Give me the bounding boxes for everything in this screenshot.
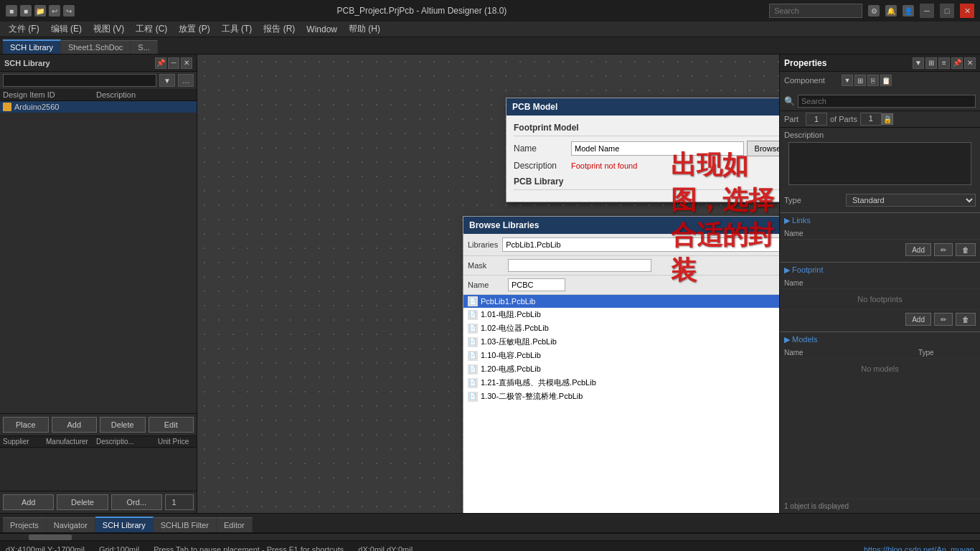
menu-report[interactable]: 报告 (R)	[258, 22, 301, 37]
props-expand-icon[interactable]: ⊞	[925, 57, 937, 69]
list-item[interactable]: 📄 1.21-直插电感、共模电感.PcbLib	[463, 376, 779, 390]
supplier-add-btn[interactable]: Add	[3, 494, 54, 510]
links-header: Name	[780, 228, 980, 240]
menu-edit[interactable]: 编辑 (E)	[45, 22, 88, 37]
part-number-input[interactable]	[806, 113, 827, 126]
bottom-tab-navigator[interactable]: Navigator	[47, 517, 95, 532]
footprint-title[interactable]: ▶ Footprint	[780, 263, 980, 278]
menu-tools[interactable]: 工具 (T)	[216, 22, 258, 37]
list-item[interactable]: 📄 1.03-压敏电阻.PcbLib	[463, 335, 779, 349]
browse-btn[interactable]: Browse...	[747, 141, 779, 156]
panel-controls: 📌 ─ ✕	[155, 57, 192, 69]
undo-icon[interactable]: ↩	[49, 5, 60, 17]
lib-filter-options-btn[interactable]: ▼	[159, 74, 175, 87]
supplier-buttons: Add Delete Ord...	[0, 491, 197, 513]
lib-file-icon: 📄	[468, 296, 478, 306]
bottom-tab-editor[interactable]: Editor	[217, 517, 253, 532]
pcb-library-label: PCB Library	[514, 176, 779, 190]
list-item[interactable]: 📄 1.01-电阻.PcbLib	[463, 308, 779, 321]
pcb-model-title: PCB Model	[512, 102, 557, 112]
component-copy-icon[interactable]: ⎘	[867, 75, 879, 86]
scrollbar-h-thumb[interactable]	[29, 534, 72, 540]
message-status: Press Tab to pause placement - Press F1 …	[154, 545, 344, 551]
menu-window[interactable]: Window	[301, 22, 343, 37]
links-delete-icon[interactable]: 🗑	[956, 243, 976, 256]
footprint-delete-icon[interactable]: 🗑	[956, 313, 976, 326]
title-bar: ■ ■ 📁 ↩ ↪ PCB_Project.PrjPcb - Altium De…	[0, 0, 980, 22]
list-item[interactable]: 📄 1.20-电感.PcbLib	[463, 362, 779, 376]
component-paste-icon[interactable]: 📋	[880, 75, 892, 86]
bottom-tab-schlib-filter[interactable]: SCHLIB Filter	[154, 517, 217, 532]
edit-button[interactable]: Edit	[149, 417, 194, 433]
lock-icon[interactable]: 🔒	[882, 113, 893, 125]
delete-button[interactable]: Delete	[100, 417, 146, 433]
bottom-tab-sch-library[interactable]: SCH Library	[95, 517, 154, 532]
supplier-order-btn[interactable]: Ord...	[111, 494, 162, 510]
right-panel: Properties ▼ ⊞ ≡ 📌 ✕ Component ▼ ⊞ ⎘ 📋	[779, 55, 980, 513]
links-edit-icon[interactable]: ✏	[934, 243, 953, 256]
panel-pin-btn[interactable]: 📌	[155, 57, 166, 69]
menu-help[interactable]: 帮助 (H)	[343, 22, 386, 37]
links-add-btn[interactable]: Add	[905, 243, 931, 256]
component-expand2-icon[interactable]: ⊞	[854, 75, 866, 86]
supplier-header: Supplier Manufacturer Descriptio... Unit…	[0, 436, 197, 448]
list-item[interactable]: 📄 1.10-电容.PcbLib	[463, 349, 779, 362]
description-area	[788, 142, 971, 185]
props-pin-icon[interactable]: 📌	[951, 57, 963, 69]
props-menu-icon[interactable]: ≡	[938, 57, 950, 69]
lib-filter-extra-btn[interactable]: …	[178, 74, 194, 87]
links-add-row: Add ✏ 🗑	[780, 240, 980, 259]
panel-minimize-btn[interactable]: ─	[168, 57, 179, 69]
maximize-button[interactable]: □	[940, 4, 954, 18]
name-filter-input[interactable]	[508, 278, 565, 291]
add-button[interactable]: Add	[52, 417, 98, 433]
model-name-input[interactable]	[571, 141, 744, 156]
props-search-input[interactable]	[798, 95, 976, 108]
tab-sch-library[interactable]: SCH Library	[3, 39, 61, 54]
user-icon[interactable]: 👤	[903, 5, 914, 17]
menu-view[interactable]: 视图 (V)	[88, 22, 130, 37]
close-button[interactable]: ✕	[960, 4, 974, 18]
pcb-model-dialog-titlebar: PCB Model ✕	[507, 98, 779, 116]
libraries-input[interactable]	[502, 237, 779, 252]
list-item[interactable]: 📄 PcbLib1.PcbLib	[463, 295, 779, 308]
redo-icon[interactable]: ↪	[63, 5, 75, 17]
component-filter-icon[interactable]: ▼	[842, 75, 853, 86]
horizontal-scrollbar[interactable]	[0, 533, 980, 540]
links-section: ▶ Links Name Add ✏ 🗑	[780, 212, 980, 259]
pcb-model-body: Footprint Model Name Browse... Pin Map..…	[507, 116, 779, 202]
tab-sheet1[interactable]: Sheet1.SchDoc	[61, 40, 131, 54]
global-search-input[interactable]	[769, 4, 862, 18]
footprint-edit-icon[interactable]: ✏	[934, 313, 953, 326]
mask-input[interactable]	[508, 259, 651, 272]
list-item[interactable]: 📄 1.02-电位器.PcbLib	[463, 321, 779, 335]
footprint-add-btn[interactable]: Add	[905, 313, 931, 326]
lib-file-icon: 📄	[468, 351, 478, 361]
list-item[interactable]: 📄 1.30-二极管-整流桥堆.PcbLib	[463, 390, 779, 403]
component-label: Component	[784, 76, 842, 85]
supplier-section: Supplier Manufacturer Descriptio... Unit…	[0, 435, 197, 491]
props-close-icon[interactable]: ✕	[964, 57, 976, 69]
browse-content: 📄 PcbLib1.PcbLib 📄 1.01-电阻.PcbLib 📄 1.02…	[463, 295, 779, 513]
order-quantity-input[interactable]	[165, 494, 194, 510]
place-button[interactable]: Place	[3, 417, 49, 433]
links-title[interactable]: ▶ Links	[780, 213, 980, 228]
minimize-button[interactable]: ─	[920, 4, 934, 18]
notification-icon[interactable]: 🔔	[885, 5, 897, 17]
menu-file[interactable]: 文件 (F)	[3, 22, 45, 37]
lib-file-icon: 📄	[468, 324, 478, 334]
type-select[interactable]: Standard	[846, 194, 976, 207]
menu-place[interactable]: 放置 (P)	[173, 22, 215, 37]
settings-icon[interactable]: ⚙	[868, 5, 880, 17]
models-title[interactable]: ▶ Models	[780, 332, 980, 347]
lib-filter-input[interactable]	[3, 74, 156, 87]
supplier-delete-btn[interactable]: Delete	[57, 494, 108, 510]
models-header: Name Type	[780, 347, 980, 359]
col-description: Description	[96, 90, 136, 99]
list-item[interactable]: Arduino2560	[0, 101, 197, 113]
bottom-tab-projects[interactable]: Projects	[3, 517, 47, 532]
menu-project[interactable]: 工程 (C)	[130, 22, 173, 37]
panel-close-btn[interactable]: ✕	[181, 57, 192, 69]
props-filter-icon[interactable]: ▼	[913, 57, 924, 69]
tab-s[interactable]: S...	[131, 40, 158, 54]
